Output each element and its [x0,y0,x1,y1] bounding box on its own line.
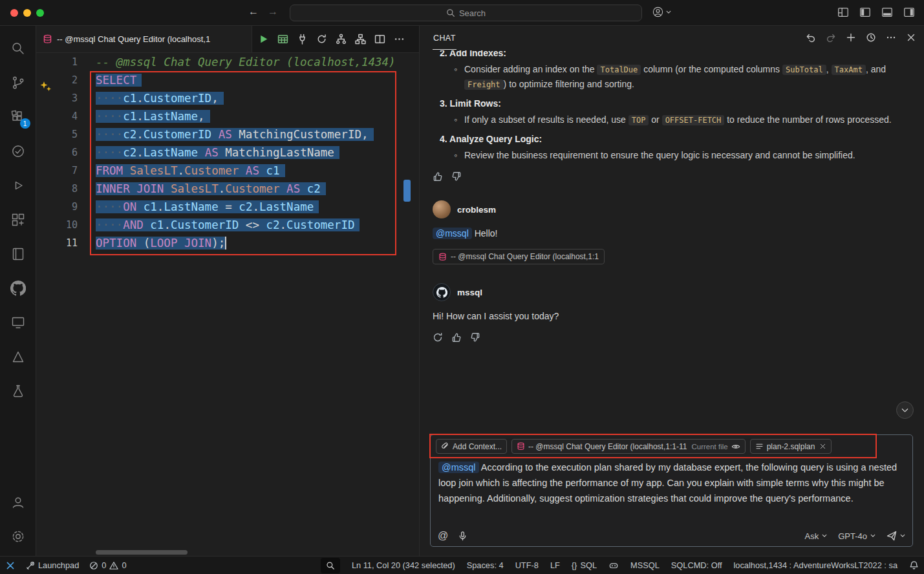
code-line[interactable]: 4····c1.LastName, [36,107,419,125]
eol-indicator[interactable]: LF [550,560,560,570]
forward-button[interactable]: → [268,6,278,17]
mssql-database-icon [438,253,447,261]
mssql-check-icon [10,144,26,159]
sqlcmd-status[interactable]: SQLCMD: Off [671,560,722,570]
titlebar: ← → Search [0,0,924,26]
customize-layout-icon[interactable] [837,6,849,18]
context-file-pill[interactable]: -- @mssql Chat Query Editor (localhost,1… [511,439,746,454]
source-control-button[interactable] [0,65,36,100]
more-icon[interactable] [886,32,896,43]
editor-tab[interactable]: -- @mssql Chat Query Editor (localhost,1 [36,26,252,52]
cursor-position[interactable]: Ln 11, Col 20 (342 selected) [352,560,455,570]
extensions-button[interactable]: 1 [0,100,36,134]
flask-view-button[interactable] [0,374,36,408]
send-button[interactable] [886,531,905,541]
context-plan-pill[interactable]: plan-2.sqlplan [750,439,832,454]
code-line[interactable]: 5····c2.CustomerID AS MatchingCustomerID… [36,125,419,144]
model-selector[interactable]: GPT-4o [838,531,876,541]
new-chat-icon[interactable] [846,32,856,43]
run-query-button[interactable] [258,34,269,45]
code-line[interactable]: 10····AND c1.CustomerID <> c2.CustomerID [36,216,419,234]
close-window-button[interactable] [10,9,18,17]
mssql-status[interactable]: MSSQL [630,560,660,570]
notebooks-view-button[interactable] [0,237,36,271]
microphone-icon[interactable] [458,531,467,541]
chat-tab[interactable]: CHAT [433,32,457,50]
problems-indicator[interactable]: 0 0 [89,560,126,570]
actual-plan-icon[interactable] [355,34,366,45]
notifications-button[interactable] [909,560,919,570]
thumbs-up-icon[interactable] [433,171,443,182]
scroll-to-bottom-button[interactable] [896,401,914,419]
chat-input[interactable]: @mssql According to the execution plan s… [431,454,912,506]
disconnect-icon[interactable] [297,34,308,45]
mssql-view-button[interactable] [0,134,36,168]
status-bar: Launchpad 0 0 Ln 11, Col 20 (342 selecte… [0,556,924,574]
accounts-button[interactable] [0,485,36,519]
add-context-button[interactable]: Add Context... [436,439,507,454]
code-line[interactable]: 2SELECT [36,71,419,89]
toggle-primary-sidebar-icon[interactable] [859,6,871,18]
launchpad-button[interactable]: Launchpad [26,560,79,570]
remote-explorer-button[interactable] [0,305,36,339]
github-view-button[interactable] [0,271,36,305]
close-icon[interactable] [906,32,916,43]
code-area[interactable]: 1-- @mssql Chat Query Editor (localhost,… [36,53,419,252]
code-line[interactable]: 3····c1.CustomerID, [36,89,419,107]
code-line[interactable]: 9····ON c1.LastName = c2.LastName [36,198,419,216]
rerun-icon[interactable] [433,332,443,343]
mode-selector[interactable]: Ask [805,531,828,541]
code-line[interactable]: 11OPTION (LOOP JOIN); [36,234,419,252]
language-indicator[interactable]: {}SQL [572,560,597,570]
eye-icon[interactable] [731,442,740,451]
azure-view-button[interactable] [0,339,36,374]
copilot-sparkle-icon[interactable] [39,81,52,96]
minimize-window-button[interactable] [23,9,31,17]
run-view-button[interactable] [0,168,36,202]
undo-icon[interactable] [806,32,816,43]
toggle-secondary-sidebar-icon[interactable] [903,6,915,18]
settings-button[interactable] [0,519,36,553]
message-feedback [433,171,911,182]
thumbs-down-icon[interactable] [451,171,462,182]
more-actions-icon[interactable] [394,34,405,45]
attached-file-pill[interactable]: -- @mssql Chat Query Editor (localhost,1… [433,249,605,264]
bullet-marker: ◦ [454,62,464,92]
code-line[interactable]: 1-- @mssql Chat Query Editor (localhost,… [36,53,419,71]
back-button[interactable]: ← [248,6,259,17]
encoding-indicator[interactable]: UTF-8 [515,560,539,570]
zoom-indicator[interactable] [321,558,340,573]
components-view-button[interactable] [0,202,36,237]
history-icon[interactable] [866,32,876,43]
split-editor-icon[interactable] [374,34,385,45]
assistant-avatar [433,283,451,301]
profile-menu-button[interactable] [652,6,671,18]
estimated-plan-icon[interactable] [336,34,347,45]
connection-status[interactable]: localhost,1434 : AdventureWorksLT2022 : … [734,560,897,570]
change-connection-icon[interactable] [316,34,327,45]
redo-icon[interactable] [826,32,836,43]
results-grid-icon[interactable] [277,34,288,45]
remote-indicator[interactable] [5,560,16,571]
error-icon [89,561,98,570]
editor[interactable]: 1-- @mssql Chat Query Editor (localhost,… [36,53,419,556]
horizontal-scrollbar[interactable] [96,550,188,555]
code-line[interactable]: 6····c2.LastName AS MatchingLastName [36,144,419,162]
command-center-search[interactable]: Search [290,5,642,21]
code-line[interactable]: 7FROM SalesLT.Customer AS c1 [36,162,419,180]
attachment-label: -- @mssql Chat Query Editor (localhost,1… [451,252,599,261]
tools-icon [26,561,35,570]
paperclip-icon [441,442,449,451]
indentation-indicator[interactable]: Spaces: 4 [467,560,504,570]
code-line[interactable]: 8INNER JOIN SalesLT.Customer AS c2 [36,180,419,198]
toggle-panel-icon[interactable] [881,6,893,18]
zoom-window-button[interactable] [36,9,44,17]
copilot-status[interactable] [608,561,619,570]
chat-messages: 2. Add Indexes:◦Consider adding an index… [420,50,924,434]
thumbs-up-icon[interactable] [451,332,462,343]
remove-context-icon[interactable] [819,443,826,450]
thumbs-down-icon[interactable] [470,332,480,343]
activity-bar: 1 [0,26,36,556]
mention-button[interactable]: @ [438,530,448,542]
search-view-button[interactable] [0,31,36,65]
